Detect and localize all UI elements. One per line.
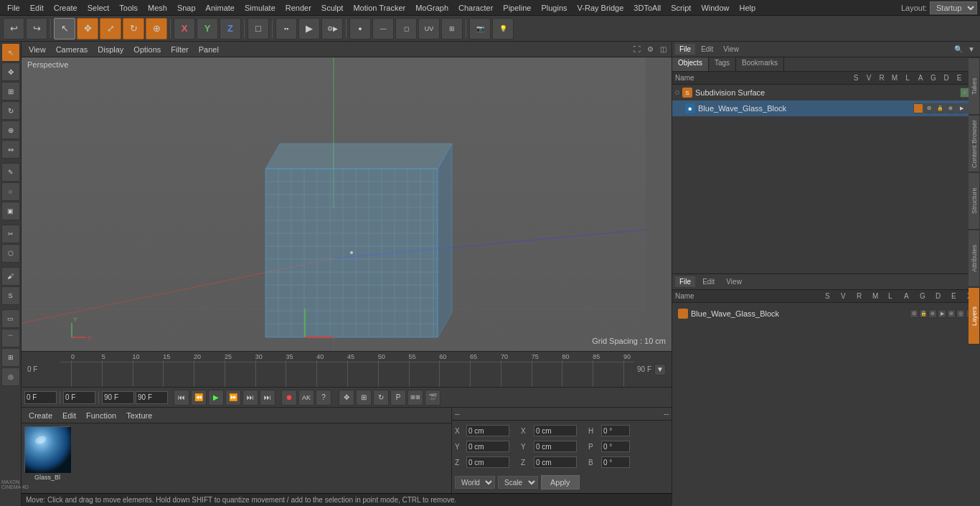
world-dropdown[interactable]: World (455, 476, 495, 489)
obj-edit-tab[interactable]: Edit (697, 44, 717, 55)
render-settings-button[interactable]: ⚙▶ (321, 18, 343, 39)
y-axis-button[interactable]: Y (197, 18, 218, 39)
viewport-menu-options[interactable]: Options (129, 44, 165, 55)
rotate-pb-button[interactable]: ↻ (373, 390, 389, 406)
menu-3dtoall[interactable]: 3DToAll (629, 2, 665, 14)
viewport-expand-icon[interactable]: ⛶ (631, 44, 643, 55)
edge-tab-takes[interactable]: Takes (969, 57, 980, 115)
coord-z2-input[interactable] (534, 456, 577, 468)
timeline-marker-25[interactable]: 25 (225, 353, 232, 360)
move-tool-button[interactable]: ✥ (77, 18, 98, 39)
edge-tab-content-browser[interactable]: Content Browser (969, 115, 980, 172)
move-button[interactable]: ✥ (1, 62, 20, 81)
timeline-marker-80[interactable]: 80 (562, 353, 569, 360)
scale-dropdown[interactable]: Scale (498, 476, 538, 489)
timeline-marker-0[interactable]: 0 (71, 353, 75, 360)
coord-x2-input[interactable] (534, 425, 577, 436)
obj-extra-icon-2[interactable]: ⊕ (946, 103, 956, 113)
rect-sel-button[interactable]: ▣ (1, 202, 20, 220)
attrs-edit-tab[interactable]: Edit (698, 276, 719, 287)
timeline-marker-40[interactable]: 40 (316, 353, 324, 360)
timeline-marker-20[interactable]: 20 (194, 353, 201, 360)
attr-sm-3[interactable]: ⊕ (928, 309, 937, 318)
floor-button[interactable]: ▭ (1, 309, 20, 328)
mirror-button[interactable]: ⇔ (1, 140, 20, 159)
rotate-button[interactable]: ↻ (1, 101, 20, 120)
go-start-button[interactable]: ⏮ (174, 390, 189, 406)
menu-plugins[interactable]: Plugins (537, 2, 571, 14)
menu-simulate[interactable]: Simulate (240, 2, 280, 14)
viewport-settings-icon[interactable]: ⚙ (644, 44, 656, 55)
transform-tool-button[interactable]: ⊕ (146, 18, 167, 39)
go-last-key-button[interactable]: ⏭ (260, 390, 275, 406)
timeline-marker-55[interactable]: 55 (409, 353, 416, 360)
timeline-ruler[interactable]: 051015202530354045505560657075808590 (60, 352, 634, 387)
select-tool-button[interactable]: ↖ (54, 18, 75, 39)
edge-tab-structure[interactable]: Structure (969, 172, 980, 230)
polygon-pen-button[interactable]: ✎ (1, 163, 20, 182)
menu-vray[interactable]: V-Ray Bridge (573, 2, 628, 14)
coord-h-input[interactable] (601, 425, 630, 436)
help-button[interactable]: ? (316, 390, 331, 406)
menu-mesh[interactable]: Mesh (143, 2, 171, 14)
obj-tag-icon-2[interactable]: ⚙ (924, 103, 934, 113)
record-button[interactable]: ⏺ (281, 390, 297, 406)
edge-mode-button[interactable]: — (372, 18, 394, 39)
obj-expand-icon-1[interactable] (675, 90, 679, 95)
edge-tab-attributes[interactable]: Attributes (969, 230, 980, 287)
timeline-marker-5[interactable]: 5 (102, 353, 105, 360)
menu-file[interactable]: File (3, 2, 24, 14)
z-axis-button[interactable]: Z (220, 18, 241, 39)
menu-character[interactable]: Character (454, 2, 497, 14)
obj-lock-icon-2[interactable]: 🔒 (935, 103, 945, 113)
render-view-button[interactable]: ▶ (298, 18, 320, 39)
spline-button[interactable]: ⌒ (1, 329, 20, 347)
material-thumbnail[interactable] (24, 426, 70, 472)
apply-button[interactable]: Apply (541, 475, 580, 489)
move-object-button[interactable]: ↖ (1, 43, 20, 62)
menu-tools[interactable]: Tools (115, 2, 142, 14)
render-region-button[interactable]: ▪▪ (275, 18, 297, 39)
obj-filter-icon[interactable]: ▼ (966, 44, 977, 55)
render-pb-button[interactable]: 🎬 (425, 390, 440, 406)
x-axis-button[interactable]: X (174, 18, 195, 39)
menu-script[interactable]: Script (666, 2, 695, 14)
timeline-marker-85[interactable]: 85 (593, 353, 600, 360)
camera-button[interactable]: 📷 (469, 18, 491, 39)
timeline-marker-70[interactable]: 70 (501, 353, 508, 360)
coord-p-input[interactable] (601, 441, 630, 452)
auto-key-button[interactable]: AK (298, 390, 314, 406)
obj-mat-icon-2[interactable] (913, 103, 923, 113)
viewport-menu-filter[interactable]: Filter (166, 44, 192, 55)
transform-button[interactable]: ⊕ (1, 121, 20, 139)
menu-mograph[interactable]: MoGraph (411, 2, 453, 14)
mat-menu-function[interactable]: Function (82, 410, 121, 421)
attr-row-glass[interactable]: Blue_Wave_Glass_Block ⚙ 🔒 ⊕ ▶ ⊛ ◎ ✦ (675, 306, 977, 322)
timeline-marker-75[interactable]: 75 (532, 353, 539, 360)
viewport-menu-cameras[interactable]: Cameras (52, 44, 93, 55)
mat-menu-edit[interactable]: Edit (58, 410, 80, 421)
mat-menu-create[interactable]: Create (24, 410, 57, 421)
menu-sculpt[interactable]: Sculpt (317, 2, 348, 14)
obj-view-tab[interactable]: View (719, 44, 743, 55)
polygon-mode-button[interactable]: ◻ (395, 18, 417, 39)
go-end-button[interactable]: ⏭ (242, 390, 258, 406)
undo-button[interactable]: ↩ (3, 18, 24, 39)
timeline-marker-65[interactable]: 65 (470, 353, 477, 360)
viewport-menu-panel[interactable]: Panel (194, 44, 223, 55)
uv-mode-button[interactable]: UV (418, 18, 440, 39)
obj-file-tab[interactable]: File (675, 44, 695, 55)
frame-end-display-input[interactable] (102, 391, 134, 404)
attrs-view-tab[interactable]: View (722, 276, 746, 287)
viewport-3d[interactable]: X Y Perspective Grid Spacing : 10 cm (22, 57, 672, 351)
step-back-button[interactable]: ⏪ (191, 390, 207, 406)
menu-help[interactable]: Help (735, 2, 760, 14)
scale-button[interactable]: ⊞ (1, 82, 20, 100)
coord-b-input[interactable] (601, 456, 630, 468)
attr-sm-1[interactable]: ⚙ (910, 309, 918, 318)
timeline-marker-30[interactable]: 30 (255, 353, 263, 360)
play-button[interactable]: ▶ (208, 390, 224, 406)
coord-y-input[interactable] (466, 441, 509, 452)
snap-button[interactable]: ◎ (1, 367, 20, 386)
knife-button[interactable]: ✂ (1, 225, 20, 243)
